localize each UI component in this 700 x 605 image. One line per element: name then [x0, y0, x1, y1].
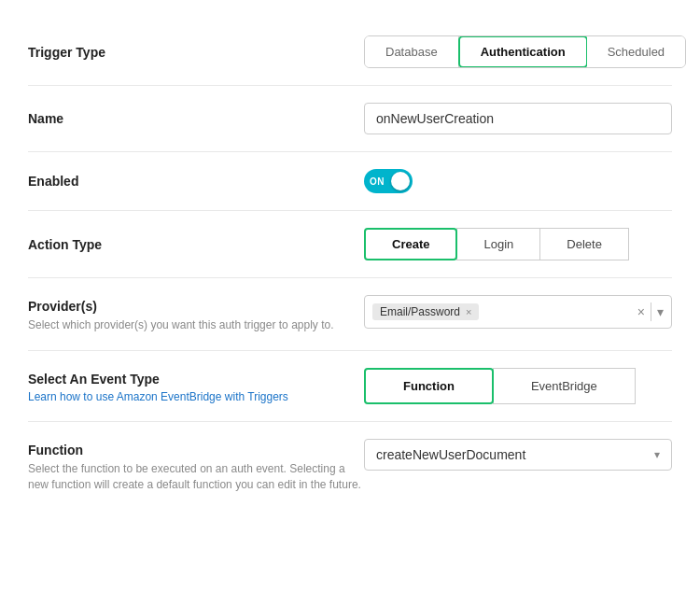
toggle-on-text: ON: [370, 176, 385, 187]
trigger-type-control: Database Authentication Scheduled: [364, 35, 686, 68]
name-label-col: Name: [28, 111, 364, 126]
provider-tag-text: Email/Password: [380, 305, 460, 318]
event-type-control: Function EventBridge: [364, 368, 672, 404]
page-container: Trigger Type Database Authentication Sch…: [0, 0, 700, 528]
trigger-authentication-btn[interactable]: Authentication: [458, 35, 588, 68]
event-function-btn[interactable]: Function: [364, 368, 494, 404]
enabled-control: ON: [364, 169, 672, 193]
providers-select[interactable]: Email/Password × × ▾: [364, 295, 672, 329]
action-delete-btn[interactable]: Delete: [539, 228, 629, 260]
event-eventbridge-btn[interactable]: EventBridge: [493, 368, 636, 404]
function-select[interactable]: createNewUserDocument ▾: [364, 439, 672, 471]
provider-tag-remove[interactable]: ×: [466, 306, 471, 317]
trigger-type-label-col: Trigger Type: [28, 45, 364, 60]
chevron-down-icon: ▾: [657, 304, 664, 319]
function-control: createNewUserDocument ▾: [364, 439, 672, 471]
action-type-label: Action Type: [28, 237, 102, 252]
providers-label: Provider(s): [28, 299, 97, 314]
function-label-col: Function Select the function to be execu…: [28, 439, 364, 493]
function-label: Function: [28, 443, 83, 457]
providers-control: Email/Password × × ▾: [364, 295, 672, 329]
enabled-label-col: Enabled: [28, 174, 364, 189]
trigger-database-btn[interactable]: Database: [365, 36, 459, 67]
providers-icons: × ▾: [637, 302, 664, 321]
eventbridge-link[interactable]: Learn how to use Amazon EventBridge with…: [28, 390, 364, 403]
action-type-button-group: Create Login Delete: [364, 228, 629, 260]
action-create-btn[interactable]: Create: [364, 228, 457, 260]
event-type-label: Select An Event Type: [28, 372, 160, 387]
action-login-btn[interactable]: Login: [456, 228, 540, 260]
action-type-control: Create Login Delete: [364, 228, 672, 260]
event-type-button-group: Function EventBridge: [364, 368, 636, 404]
function-row: Function Select the function to be execu…: [28, 422, 672, 510]
name-input[interactable]: [364, 103, 672, 134]
providers-row: Provider(s) Select which provider(s) you…: [28, 278, 672, 351]
name-label: Name: [28, 111, 63, 126]
enabled-row: Enabled ON: [28, 152, 672, 211]
enabled-toggle[interactable]: ON: [364, 169, 413, 193]
providers-label-col: Provider(s) Select which provider(s) you…: [28, 295, 364, 333]
event-type-label-col: Select An Event Type Learn how to use Am…: [28, 368, 364, 403]
event-type-row: Select An Event Type Learn how to use Am…: [28, 351, 672, 422]
enabled-label: Enabled: [28, 174, 78, 189]
providers-clear-btn[interactable]: ×: [637, 304, 645, 319]
clear-icon: ×: [637, 304, 645, 319]
action-type-row: Action Type Create Login Delete: [28, 211, 672, 278]
name-control: [364, 103, 672, 134]
provider-tag: Email/Password ×: [372, 303, 479, 320]
trigger-type-label: Trigger Type: [28, 45, 105, 60]
providers-chevron-btn[interactable]: ▾: [657, 304, 664, 319]
function-selected-value: createNewUserDocument: [376, 447, 525, 462]
trigger-type-row: Trigger Type Database Authentication Sch…: [28, 19, 672, 86]
toggle-knob: [391, 172, 410, 190]
trigger-type-button-group: Database Authentication Scheduled: [364, 35, 686, 68]
providers-divider: [651, 302, 651, 321]
name-row: Name: [28, 86, 672, 152]
action-type-label-col: Action Type: [28, 237, 364, 252]
function-sublabel: Select the function to be executed on an…: [28, 461, 364, 493]
trigger-scheduled-btn[interactable]: Scheduled: [587, 36, 685, 67]
providers-sublabel: Select which provider(s) you want this a…: [28, 317, 364, 333]
function-chevron-down-icon: ▾: [654, 448, 660, 461]
